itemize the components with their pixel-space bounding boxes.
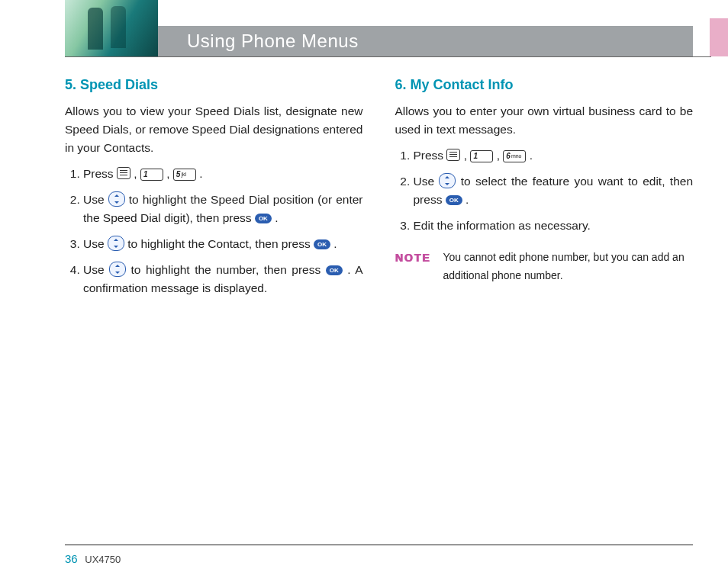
section-heading-speed-dials: 5. Speed Dials bbox=[65, 75, 363, 96]
note-text: You cannot edit phone number, but you ca… bbox=[443, 249, 693, 285]
keypad-5-icon: 5jkl bbox=[173, 169, 196, 181]
keypad-1-icon: 1 bbox=[140, 169, 163, 181]
chapter-title-bar: Using Phone Menus bbox=[158, 26, 693, 56]
step-item: Press , 1 , 5jkl . bbox=[83, 165, 363, 183]
tab-color-marker bbox=[710, 18, 728, 56]
page-number: 36 bbox=[65, 552, 78, 565]
step-item: Edit the information as necessary. bbox=[414, 217, 694, 235]
ok-key-icon: OK bbox=[446, 195, 462, 205]
step-item: Use to highlight the Contact, then press… bbox=[83, 235, 363, 253]
header-rule bbox=[65, 56, 711, 57]
ok-key-icon: OK bbox=[255, 214, 272, 223]
menu-key-icon bbox=[117, 167, 130, 179]
ok-key-icon: OK bbox=[314, 239, 330, 249]
section-heading-my-contact-info: 6. My Contact Info bbox=[395, 75, 694, 96]
page-footer: 36 UX4750 bbox=[65, 552, 121, 565]
ok-key-icon: OK bbox=[326, 265, 343, 275]
step-item: Use to highlight the Speed Dial position… bbox=[83, 191, 363, 227]
step-item: Use to select the feature you want to ed… bbox=[414, 172, 694, 209]
menu-key-icon bbox=[446, 149, 460, 161]
step-item: Use to highlight the number, then press … bbox=[83, 261, 363, 297]
keypad-1-icon: 1 bbox=[470, 150, 493, 162]
note-label: NOTE bbox=[395, 249, 431, 267]
nav-key-icon bbox=[109, 262, 126, 277]
keypad-6-icon: 6mno bbox=[503, 150, 526, 162]
step-item: Press , 1 , 6mno . bbox=[414, 146, 694, 165]
nav-key-icon bbox=[108, 191, 125, 207]
left-column: 5. Speed Dials Allows you to view your S… bbox=[65, 70, 363, 305]
steps-list: Press , 1 , 5jkl . Use to highlight the … bbox=[65, 165, 363, 297]
nav-key-icon bbox=[108, 236, 124, 251]
section-intro: Allows you to enter your own virtual bus… bbox=[395, 102, 694, 139]
section-intro: Allows you to view your Speed Dials list… bbox=[65, 102, 363, 157]
model-number: UX4750 bbox=[85, 554, 121, 565]
manual-page: Using Phone Menus 5. Speed Dials Allows … bbox=[0, 0, 728, 588]
nav-key-icon bbox=[439, 173, 456, 188]
header-photo bbox=[65, 0, 158, 56]
footer-rule bbox=[65, 545, 693, 545]
note-block: NOTE You cannot edit phone number, but y… bbox=[395, 249, 694, 285]
right-column: 6. My Contact Info Allows you to enter y… bbox=[395, 70, 694, 305]
content-columns: 5. Speed Dials Allows you to view your S… bbox=[65, 70, 693, 305]
steps-list: Press , 1 , 6mno . Use to select the fea… bbox=[395, 146, 694, 235]
chapter-title: Using Phone Menus bbox=[187, 31, 359, 52]
